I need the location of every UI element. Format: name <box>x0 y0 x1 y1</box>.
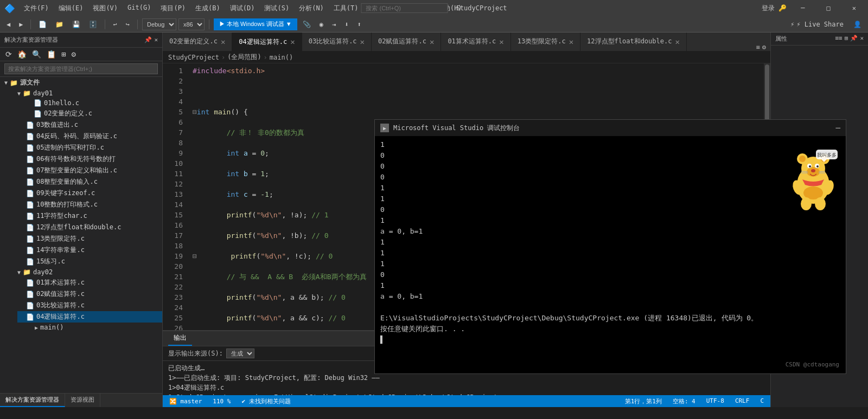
tree-day02[interactable]: ▼ 📁 day02 <box>9 267 162 277</box>
sidebar-tb-icon6[interactable]: ⚙ <box>69 49 78 60</box>
menu-tools[interactable]: 工具(T) <box>329 2 363 15</box>
tb-step-over[interactable]: ⇥ <box>329 20 339 29</box>
tab-assign[interactable]: 02赋值运算符.c ✕ <box>372 33 441 51</box>
tab-overflow-icon[interactable]: ≡ <box>756 43 760 51</box>
sidebar-tb-icon2[interactable]: 🏠 <box>15 49 29 60</box>
tree-file-8[interactable]: 📄 08整型变量的输入.c <box>17 176 162 188</box>
global-search[interactable] <box>361 3 448 13</box>
tree-root[interactable]: ▼ 📁 源文件 <box>0 77 162 88</box>
tree-file-5[interactable]: 📄 05进制的书写和打印.c <box>17 142 162 153</box>
tb-save-all[interactable]: 🗄️ <box>86 20 100 29</box>
tree-file-4[interactable]: 📄 04反码、补码、原码验证.c <box>17 131 162 142</box>
user-login[interactable]: 登录 🔑 <box>762 4 787 13</box>
tab-vardef[interactable]: 02变量的定义.c ✕ <box>163 33 232 51</box>
status-linecol[interactable]: 第1行，第1列 <box>623 397 664 405</box>
menu-edit[interactable]: 编辑(E) <box>54 2 88 15</box>
breadcrumb-scope[interactable]: (全局范围) <box>227 53 261 62</box>
breadcrumb-project[interactable]: StudyCProject <box>168 54 219 61</box>
status-branch[interactable]: 🔀 master <box>167 398 204 405</box>
menu-view[interactable]: 视图(V) <box>88 2 122 15</box>
sidebar-tab-explorer[interactable]: 解决方案资源管理器 <box>0 394 65 407</box>
tab-logic-close[interactable]: ✕ <box>290 37 295 46</box>
sidebar-tb-icon4[interactable]: 📋 <box>44 49 58 60</box>
tree-file-15[interactable]: 📄 15练习.c <box>17 256 162 267</box>
tree-file-9[interactable]: 📄 09关键字sizeof.c <box>17 188 162 199</box>
right-panel-icon1[interactable]: ≡≡ <box>835 35 843 43</box>
tree-main-func[interactable]: ▶ main() <box>26 323 162 332</box>
right-panel-pin[interactable]: 📌 <box>850 35 858 43</box>
tb-redo[interactable]: ↪ <box>123 20 133 29</box>
tree-file-12[interactable]: 📄 12浮点型float和double.c <box>17 222 162 233</box>
tree-file-assign[interactable]: 📄 02赋值运算符.c <box>17 288 162 300</box>
menu-debug[interactable]: 调试(D) <box>226 2 259 15</box>
tb-step-in[interactable]: ⬇ <box>341 20 352 29</box>
status-eol[interactable]: CRLF <box>733 397 752 405</box>
tree-file-logic[interactable]: 📄 04逻辑运算符.c <box>17 311 162 323</box>
person-icon[interactable]: 👤 <box>850 20 865 29</box>
tab-logic[interactable]: 04逻辑运算符.c ✕ <box>232 33 302 51</box>
tree-file-hello[interactable]: 📄 01hello.c <box>17 98 162 108</box>
menu-test[interactable]: 测试(S) <box>260 2 293 15</box>
tree-file-arith[interactable]: 📄 01算术运算符.c <box>17 277 162 288</box>
tb-undo[interactable]: ↩ <box>110 20 120 29</box>
tree-file-6[interactable]: 📄 06有符号数和无符号数的打 <box>17 153 162 165</box>
output-tab-errors[interactable]: 输出 <box>168 331 192 346</box>
platform-dropdown[interactable]: x86 <box>178 18 205 30</box>
tb-new[interactable]: 📄 <box>35 20 50 29</box>
right-panel-close[interactable]: ✕ <box>860 35 864 43</box>
tree-file-3[interactable]: 📄 03数值进出.c <box>17 119 162 131</box>
menu-project[interactable]: 项目(P) <box>156 2 190 15</box>
tab-vardef-close[interactable]: ✕ <box>221 37 225 46</box>
tab-type[interactable]: 13类型限定符.c ✕ <box>511 33 580 51</box>
tb-save[interactable]: 💾 <box>69 20 84 29</box>
tree-file-compare[interactable]: 📄 03比较运算符.c <box>17 300 162 311</box>
status-encoding[interactable]: UTF-8 <box>704 397 726 405</box>
tree-file-var[interactable]: 📄 02变量的定义.c <box>17 108 162 119</box>
tab-settings-icon[interactable]: ⚙ <box>762 43 766 51</box>
tree-file-13[interactable]: 📄 13类型限定符.c <box>17 233 162 244</box>
status-spaces[interactable]: 空格: 4 <box>671 397 698 405</box>
output-source-select[interactable]: 生成 <box>226 349 254 358</box>
sidebar-pin-icon[interactable]: 📌 <box>144 36 152 43</box>
tree-day01[interactable]: ▼ 📁 day01 <box>9 88 162 98</box>
tab-assign-close[interactable]: ✕ <box>430 37 434 46</box>
tree-file-11[interactable]: 📄 11字符型char.c <box>17 210 162 222</box>
tab-float-close[interactable]: ✕ <box>675 37 679 46</box>
sidebar-search-input[interactable] <box>4 63 158 74</box>
status-lang[interactable]: C <box>758 397 766 405</box>
tree-file-14[interactable]: 📄 14字符串常量.c <box>17 244 162 256</box>
tb-attach[interactable]: 📎 <box>299 20 314 29</box>
status-errors[interactable]: ✔ 未找到相关问题 <box>239 397 292 405</box>
tb-back[interactable]: ◀ <box>3 20 14 29</box>
menu-git[interactable]: Git(G) <box>123 2 155 15</box>
tb-step-out[interactable]: ⬆ <box>354 20 364 29</box>
tree-file-7[interactable]: 📄 07整型变量的定义和输出.c <box>17 165 162 176</box>
live-share-button[interactable]: ⚡ ⚡ Live Share <box>786 20 848 29</box>
menu-build[interactable]: 生成(B) <box>191 2 225 15</box>
status-zoom[interactable]: 110 % <box>210 398 233 405</box>
close-button[interactable]: ✕ <box>845 2 864 14</box>
sidebar-tb-icon3[interactable]: 🔍 <box>30 49 43 60</box>
sidebar-tab-resource[interactable]: 资源视图 <box>65 394 100 407</box>
tree-file-10[interactable]: 📄 10整数的打印格式.c <box>17 199 162 210</box>
tab-type-close[interactable]: ✕ <box>569 37 573 46</box>
tab-arith[interactable]: 01算术运算符.c ✕ <box>441 33 510 51</box>
tb-forward[interactable]: ▶ <box>16 20 26 29</box>
tb-breakpoints[interactable]: ◉ <box>316 20 327 29</box>
console-close-button[interactable]: ─ <box>836 124 840 132</box>
tab-arith-close[interactable]: ✕ <box>499 37 503 46</box>
menu-file[interactable]: 文件(F) <box>20 2 53 15</box>
tab-compare-close[interactable]: ✕ <box>360 37 365 46</box>
tab-float[interactable]: 12浮点型float和double.c ✕ <box>580 33 687 51</box>
menu-analyze[interactable]: 分析(N) <box>295 2 328 15</box>
right-panel-icon2[interactable]: ⊞ <box>845 35 848 43</box>
minimize-button[interactable]: ─ <box>793 2 812 14</box>
breadcrumb-symbol[interactable]: main() <box>270 54 293 61</box>
tb-open[interactable]: 📁 <box>52 20 67 29</box>
sidebar-close-icon[interactable]: ✕ <box>154 36 158 43</box>
debug-config-dropdown[interactable]: Debug <box>142 18 176 30</box>
tab-compare[interactable]: 03比较运算符.c ✕ <box>302 33 372 51</box>
maximize-button[interactable]: □ <box>819 2 838 14</box>
sidebar-tb-icon5[interactable]: ⊞ <box>59 49 68 60</box>
run-button[interactable]: ▶ 本地 Windows 调试器 ▼ <box>214 18 297 30</box>
